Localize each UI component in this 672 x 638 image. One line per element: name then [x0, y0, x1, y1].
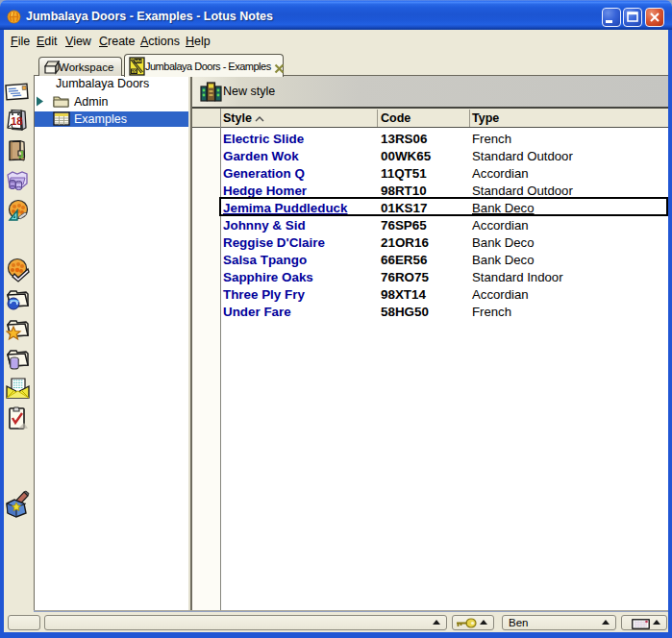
svg-text:18: 18	[11, 115, 22, 127]
